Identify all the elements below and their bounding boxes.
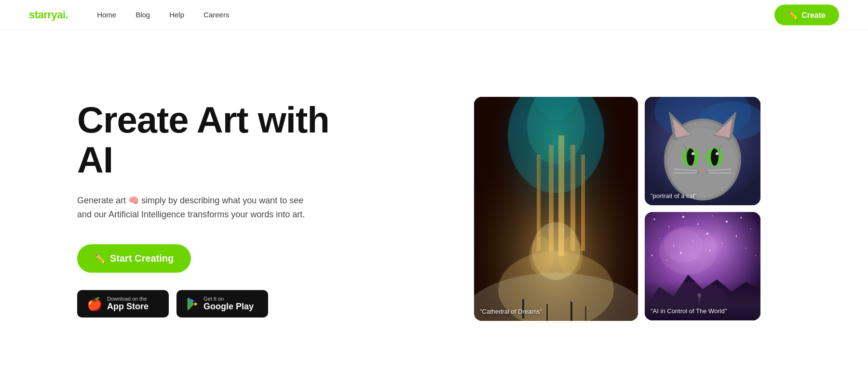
app-store-button[interactable]: 🍎 Download on the App Store — [77, 290, 169, 318]
nav-link-help[interactable]: Help — [169, 11, 184, 19]
svg-point-47 — [726, 221, 728, 223]
svg-point-45 — [697, 224, 699, 225]
svg-point-31 — [687, 148, 694, 166]
svg-point-62 — [755, 255, 756, 256]
svg-point-48 — [741, 217, 742, 219]
logo[interactable]: starryai. — [29, 9, 68, 21]
start-creating-button[interactable]: ✏️ Start Creating — [77, 244, 191, 273]
app-store-small: Download on the — [107, 296, 149, 302]
svg-point-49 — [750, 228, 751, 229]
svg-point-43 — [668, 226, 669, 227]
svg-point-50 — [659, 238, 660, 239]
pencil-icon: ✏️ — [788, 11, 798, 20]
cathedral-label: "Cathedral of Dreams" — [480, 308, 632, 315]
google-play-button[interactable]: Get It on Google Play — [176, 290, 268, 318]
nav-link-home[interactable]: Home — [97, 11, 116, 19]
svg-point-64 — [664, 229, 703, 263]
google-play-small: Get It on — [203, 296, 254, 302]
galaxy-label: "AI in Control of The World" — [651, 307, 755, 315]
hero-title: Create Art with AI — [77, 100, 338, 180]
svg-point-32 — [711, 148, 719, 166]
svg-point-55 — [736, 236, 737, 237]
hero-right: "Cathedral of Dreams" — [357, 97, 839, 321]
cat-label: "portrait of a cat" — [651, 192, 755, 199]
svg-point-54 — [721, 243, 722, 244]
nav-item-home[interactable]: Home — [97, 11, 116, 19]
nav-create-button[interactable]: ✏️ Create — [774, 5, 839, 26]
art-card-cat: "portrait of a cat" — [645, 97, 760, 205]
svg-point-33 — [692, 152, 694, 155]
navigation: starryai. Home Blog Help Careers ✏️ Crea… — [0, 0, 868, 30]
art-grid: "Cathedral of Dreams" — [474, 97, 760, 321]
art-card-galaxy: "AI in Control of The World" — [645, 212, 760, 320]
start-creating-label: Start Creating — [110, 253, 174, 264]
art-card-cathedral: "Cathedral of Dreams" — [474, 97, 638, 321]
logo-dot: . — [66, 9, 68, 21]
nav-link-blog[interactable]: Blog — [136, 11, 150, 19]
right-image-column: "portrait of a cat" — [645, 97, 760, 320]
nav-item-help[interactable]: Help — [169, 11, 184, 19]
subtitle-before: Generate art — [77, 196, 126, 205]
google-play-icon — [186, 298, 199, 310]
app-store-text: Download on the App Store — [107, 296, 149, 312]
svg-point-57 — [651, 255, 653, 256]
google-play-large: Google Play — [203, 302, 254, 312]
apple-icon: 🍎 — [87, 298, 102, 310]
nav-link-careers[interactable]: Careers — [203, 11, 229, 19]
logo-text: starryai — [29, 9, 66, 21]
nav-item-blog[interactable]: Blog — [136, 11, 150, 19]
store-buttons: 🍎 Download on the App Store Get It on Go… — [77, 290, 338, 318]
pencil-icon-start: ✏️ — [95, 253, 105, 264]
cat-svg — [645, 97, 760, 205]
nav-links: Home Blog Help Careers — [97, 11, 229, 19]
brain-emoji: 🧠 — [128, 194, 139, 208]
hero-section: Create Art with AI Generate art 🧠 simply… — [0, 30, 868, 377]
svg-point-44 — [682, 216, 684, 218]
hero-left: Create Art with AI Generate art 🧠 simply… — [77, 100, 357, 318]
app-store-large: App Store — [107, 302, 149, 312]
cathedral-svg — [474, 97, 638, 321]
svg-point-56 — [746, 248, 746, 249]
galaxy-mountains-overlay — [645, 282, 760, 320]
svg-point-28 — [669, 128, 736, 200]
svg-point-46 — [712, 215, 713, 216]
nav-create-label: Create — [801, 11, 826, 19]
svg-point-34 — [716, 152, 719, 155]
nav-item-careers[interactable]: Careers — [203, 11, 229, 19]
google-play-text: Get It on Google Play — [203, 296, 254, 312]
svg-point-42 — [654, 219, 655, 220]
hero-subtitle: Generate art 🧠 simply by describing what… — [77, 194, 309, 222]
